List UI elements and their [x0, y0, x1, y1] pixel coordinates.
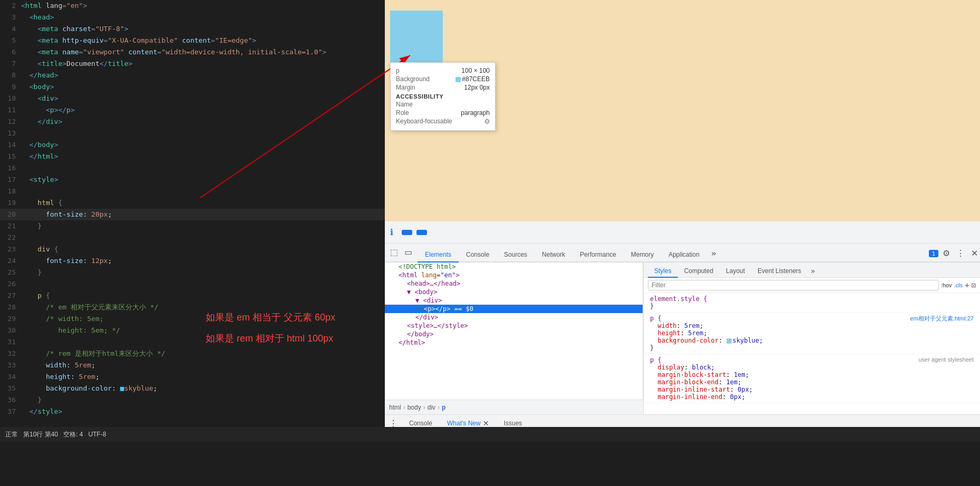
css-origin-link[interactable]: em相对于父元素.html:27: [910, 315, 974, 323]
dom-line-1[interactable]: <html lang="en">: [385, 271, 643, 279]
info-icon: ℹ: [390, 227, 393, 237]
hov-pseudo-button[interactable]: :hov: [941, 282, 952, 288]
devtools-tab-bar: ⬚ ▭ Elements Console Sources Network Per…: [385, 244, 980, 263]
cls-button[interactable]: .cls: [954, 282, 963, 288]
tooltip-keyboard-label: Keyboard-focusable: [396, 118, 452, 125]
css-val-mie[interactable]: 0px;: [730, 393, 745, 401]
css-val-width[interactable]: 5rem;: [684, 322, 703, 329]
dom-line-2[interactable]: <head>…</head>: [385, 279, 643, 288]
css-val-bg-color[interactable]: skyblue;: [733, 337, 763, 344]
tooltip-role-value: paragraph: [461, 109, 490, 116]
breadcrumb-body[interactable]: body: [407, 404, 421, 411]
dom-line-content: ▼ <div>: [415, 297, 442, 304]
new-rule-button[interactable]: ⊡: [972, 281, 976, 289]
dom-breadcrumb: html › body › div › p: [385, 400, 643, 414]
dom-line-3[interactable]: ▼ <body>: [385, 288, 643, 296]
subtab-styles[interactable]: Styles: [648, 265, 678, 278]
tab-elements[interactable]: Elements: [418, 248, 459, 263]
line-number: 34: [0, 371, 21, 383]
css-prop-background-color[interactable]: background-color: [657, 337, 719, 344]
dom-line-0[interactable]: <!DOCTYPE html>: [385, 263, 643, 271]
tab-memory[interactable]: Memory: [624, 248, 661, 263]
inspect-element-button[interactable]: ⬚: [388, 246, 400, 258]
line-content: <title>Document</title>: [21, 58, 132, 70]
line-number: 25: [0, 267, 21, 278]
code-line-14: 14 </body>: [0, 139, 385, 151]
line-number: 28: [0, 302, 21, 313]
css-rule-p-ua: user agent stylesheet p { display: block…: [644, 354, 980, 403]
line-content: </body>: [21, 139, 58, 151]
line-number: 30: [0, 325, 21, 336]
line-number: 6: [0, 46, 21, 58]
dom-line-7[interactable]: <style>…</style>: [385, 322, 643, 330]
close-devtools-button[interactable]: ✕: [969, 247, 980, 259]
line-content: <div>: [21, 93, 58, 104]
tooltip-bg-value: #87CEEB: [455, 75, 490, 83]
settings-button[interactable]: ⚙: [940, 247, 952, 259]
line-number: 11: [0, 104, 21, 116]
css-val-mis[interactable]: 0px;: [738, 386, 753, 393]
dom-line-5[interactable]: ···<p></p> == $0: [385, 305, 643, 313]
css-val-display[interactable]: block;: [692, 364, 714, 371]
css-rule-element-style: element.style { }: [644, 293, 980, 313]
dont-show-again-button[interactable]: [431, 230, 438, 235]
subtab-event-listeners[interactable]: Event Listeners: [751, 265, 808, 278]
css-val-mbe[interactable]: 1em;: [726, 378, 742, 386]
css-prop-margin-inline-end[interactable]: margin-inline-end: [657, 393, 722, 401]
dom-line-8[interactable]: </body>: [385, 330, 643, 338]
breadcrumb-p[interactable]: p: [442, 404, 445, 411]
breadcrumb-html[interactable]: html: [389, 404, 401, 411]
status-spaces: 空格: 4: [63, 430, 83, 439]
tab-performance[interactable]: Performance: [573, 248, 624, 263]
tooltip-keyboard-icon: ⊙: [484, 118, 490, 125]
dom-line-content: <!DOCTYPE html>: [399, 263, 455, 270]
css-prop-height[interactable]: height: [657, 329, 680, 337]
css-prop-width[interactable]: width: [657, 322, 676, 329]
line-number: 4: [0, 23, 21, 35]
dom-line-4[interactable]: ▼ <div>: [385, 296, 643, 305]
tooltip-name-label: Name: [396, 101, 413, 108]
more-tabs-button[interactable]: »: [707, 245, 721, 261]
css-val-height[interactable]: 5rem;: [688, 329, 707, 337]
close-whats-new-button[interactable]: ✕: [483, 419, 489, 427]
css-prop-margin-block-end[interactable]: margin-block-end: [657, 378, 719, 386]
filter-input[interactable]: [648, 280, 939, 290]
color-swatch[interactable]: [726, 338, 732, 344]
add-style-button[interactable]: +: [965, 281, 969, 289]
dom-line-9[interactable]: </html>: [385, 338, 643, 347]
subtab-computed[interactable]: Computed: [678, 265, 720, 278]
switch-to-chinese-button[interactable]: [416, 230, 427, 235]
tooltip-margin-label: Margin: [396, 84, 415, 91]
line-content: }: [21, 267, 42, 278]
code-line-32: 32 /* rem 是相对于html来区分大小 */: [0, 348, 385, 359]
match-language-button[interactable]: [402, 230, 412, 235]
code-line-24: 24 font-size: 12px;: [0, 255, 385, 267]
css-val-mbs[interactable]: 1em;: [734, 371, 749, 378]
more-subtabs-button[interactable]: »: [808, 265, 818, 277]
tab-application[interactable]: Application: [661, 248, 707, 263]
line-number: 5: [0, 35, 21, 46]
line-content: </head>: [21, 70, 58, 81]
tab-network[interactable]: Network: [535, 248, 573, 263]
tooltip-dimensions: 100 × 100: [461, 67, 490, 74]
subtab-layout[interactable]: Layout: [720, 265, 751, 278]
tab-sources[interactable]: Sources: [497, 248, 535, 263]
css-prop-margin-block-start[interactable]: margin-block-start: [657, 371, 726, 378]
breadcrumb-div[interactable]: div: [428, 404, 435, 411]
line-content: <style>: [21, 174, 58, 186]
devtools-notice-bar: ℹ: [385, 221, 980, 244]
tab-console[interactable]: Console: [459, 248, 497, 263]
line-number: 8: [0, 70, 21, 81]
dom-line-content: <style>…</style>: [407, 322, 468, 329]
more-options-button[interactable]: ⋮: [954, 247, 967, 259]
device-mode-button[interactable]: ▭: [402, 246, 414, 258]
css-prop-margin-inline-start[interactable]: margin-inline-start: [657, 386, 730, 393]
dom-panel: <!DOCTYPE html><html lang="en"><head>…</…: [385, 263, 643, 400]
tooltip-accessibility-heading: ACCESSIBILITY: [396, 93, 490, 100]
css-prop-display[interactable]: display: [657, 364, 684, 371]
status-mode: 正常: [5, 430, 18, 439]
dom-line-content: <html lang="en">: [399, 271, 460, 279]
dom-line-6[interactable]: </div>: [385, 313, 643, 322]
code-line-33: 33 width: 5rem;: [0, 359, 385, 371]
code-line-12: 12 </div>: [0, 116, 385, 128]
